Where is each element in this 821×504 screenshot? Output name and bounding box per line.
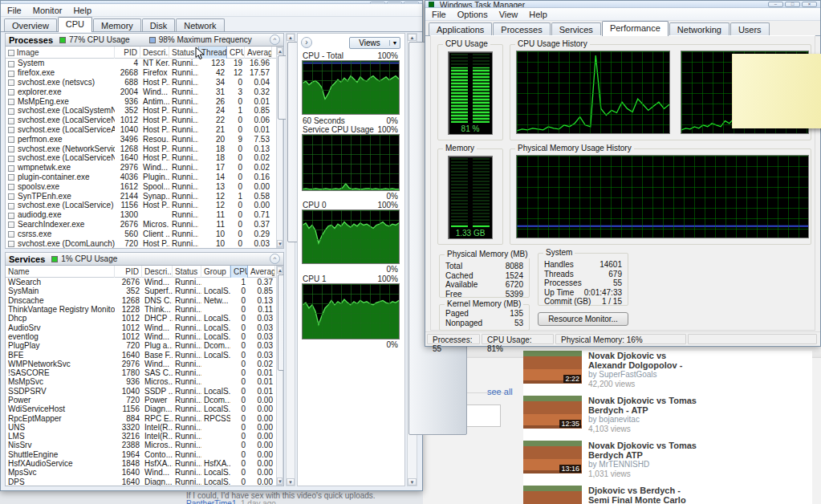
row-checkbox[interactable] xyxy=(8,89,14,96)
services-table-scrollbar[interactable]: ▲ ▼ xyxy=(276,266,283,486)
table-row[interactable]: DPS1640Diagn...Runni...LocalS...00.00 xyxy=(6,478,283,486)
tm-menu-options[interactable]: Options xyxy=(457,10,488,19)
column-header-cpu[interactable]: CPU xyxy=(230,266,248,278)
rm-menu-monitor[interactable]: Monitor xyxy=(33,6,63,15)
table-row[interactable]: ShuttleEngine1964Conto...Runni...00.00 xyxy=(6,450,283,459)
row-checkbox[interactable] xyxy=(8,146,14,152)
table-row[interactable]: !SASCORE1780SAS C...Runni...00.01 xyxy=(6,368,283,377)
column-header-group[interactable]: Group xyxy=(201,266,230,278)
table-row[interactable]: Dhcp1012DHCP ...Runni...LocalS...00.03 xyxy=(6,314,283,323)
table-row[interactable]: HsfXAudioService1848HsfXA...Runni...HsfX… xyxy=(6,459,283,468)
row-checkbox[interactable] xyxy=(8,165,14,172)
row-checkbox[interactable] xyxy=(8,203,14,209)
sticky-note[interactable] xyxy=(732,54,821,128)
expand-button[interactable]: › xyxy=(301,37,312,48)
rm-minimize-button[interactable] xyxy=(370,2,385,4)
column-header-name[interactable]: Name xyxy=(6,266,115,278)
table-row[interactable]: firefox.exe2668FirefoxRunni...421217.57 xyxy=(6,68,283,78)
table-row[interactable]: SSDPSRV1040SSDP ...Runni...LocalS...00.0… xyxy=(6,387,283,396)
video-title-link[interactable]: Novak Djokovic vs Tomas Berdych - ATP xyxy=(588,396,701,415)
scroll-down-icon[interactable]: ▼ xyxy=(277,478,282,485)
scroll-up-icon[interactable]: ▲ xyxy=(287,34,295,41)
scroll-down-icon[interactable]: ▼ xyxy=(277,240,282,247)
table-row[interactable]: SearchIndexer.exe2676Micros...Runni...11… xyxy=(6,220,283,230)
table-row[interactable]: svchost.exe (NetworkService)1268Host P..… xyxy=(6,144,283,153)
scroll-up-icon[interactable]: ▲ xyxy=(277,47,282,55)
row-checkbox[interactable] xyxy=(8,241,14,247)
table-row[interactable]: MpsSvc1640Wind...Runni...LocalS...00.00 xyxy=(6,468,283,477)
rm-close-button[interactable] xyxy=(404,2,419,4)
row-checkbox[interactable] xyxy=(8,79,14,86)
tm-tab-processes[interactable]: Processes xyxy=(493,22,550,35)
rm-graphs-scrollbar[interactable]: ▲ ▼ xyxy=(407,33,417,486)
tm-tab-services[interactable]: Services xyxy=(551,22,601,35)
table-row[interactable]: perfmon.exe3496Resou...Runni...2097.53 xyxy=(6,134,283,144)
video-thumbnail[interactable]: 12:35 xyxy=(523,396,582,429)
comment-author-link[interactable]: PantherTime1 xyxy=(186,499,236,504)
tm-close-button[interactable]: × xyxy=(802,2,817,7)
row-checkbox[interactable] xyxy=(8,184,14,190)
tm-minimize-button[interactable]: – xyxy=(768,2,783,7)
video-thumbnail[interactable]: 2:31 xyxy=(523,486,582,504)
row-checkbox[interactable] xyxy=(8,136,14,143)
table-row[interactable]: WdiServiceHost1156Diagn...Runni...LocalS… xyxy=(6,404,283,413)
related-video-item[interactable]: 2:31Djokovic vs Berdych - Semi Final Mon… xyxy=(523,486,812,504)
table-row[interactable]: svchost.exe (LocalService)1156Host P...R… xyxy=(6,201,283,210)
row-checkbox[interactable] xyxy=(8,108,14,115)
table-row[interactable]: WMPNetworkSvc2976Wind...Runni...00.02 xyxy=(6,360,283,368)
table-row[interactable]: csrss.exe560Client ...Runni...1000.29 xyxy=(6,229,283,238)
row-checkbox[interactable] xyxy=(8,213,14,219)
row-checkbox[interactable] xyxy=(8,156,14,162)
row-checkbox[interactable] xyxy=(8,61,14,67)
rm-tab-cpu[interactable]: CPU xyxy=(58,17,92,32)
column-header-image[interactable]: Image xyxy=(6,47,115,59)
table-row[interactable]: SysMain352Superf...Runni...LocalS...00.8… xyxy=(6,287,283,295)
table-row[interactable]: spoolsv.exe1612Spool...Runni...1300.00 xyxy=(6,181,283,191)
table-row[interactable]: svchost.exe (LocalServiceAn...1040Host P… xyxy=(6,125,283,135)
row-checkbox[interactable] xyxy=(8,71,14,77)
rm-tab-network[interactable]: Network xyxy=(176,18,224,31)
related-video-item[interactable]: 12:35Novak Djokovic vs Tomas Berdych - A… xyxy=(523,396,812,434)
table-row[interactable]: BFE1640Base F...Runni...LocalS...00.03 xyxy=(6,350,283,359)
table-row[interactable]: WSearch2676Wind...Runni...10.37 xyxy=(6,278,283,287)
table-row[interactable]: eventlog1012Wind...Runni...LocalS...00.0… xyxy=(6,332,283,341)
collapse-chevron-icon[interactable]: ^ xyxy=(270,35,280,45)
rm-menu-help[interactable]: Help xyxy=(73,6,91,15)
scroll-down-icon[interactable]: ▼ xyxy=(408,478,417,486)
table-row[interactable]: Power720PowerRunni...Dcom...00.00 xyxy=(6,396,283,404)
rm-main-scrollbar[interactable]: ▲ ▼ xyxy=(286,33,295,486)
video-title-link[interactable]: Novak Djokovic vs Alexandr Dolgopolov - xyxy=(588,351,701,370)
video-thumbnail[interactable]: 13:16 xyxy=(523,441,582,474)
see-all-link[interactable]: see all xyxy=(487,387,513,396)
table-row[interactable]: NisSrv2388Micros...Runni...00.00 xyxy=(6,441,283,449)
collapse-chevron-icon[interactable]: ^ xyxy=(270,254,280,264)
row-checkbox[interactable] xyxy=(8,231,14,238)
processes-table-scrollbar[interactable]: ▲ ▼ xyxy=(276,47,283,248)
services-panel-header[interactable]: Services 1% CPU Usage ^ xyxy=(6,253,283,266)
table-row[interactable]: LMS3216Intel(R...Runni...00.00 xyxy=(6,432,283,441)
video-author[interactable]: by SuperFastGoals xyxy=(588,370,701,380)
column-header-averag[interactable]: Averag... xyxy=(248,266,275,278)
tm-tab-users[interactable]: Users xyxy=(730,22,770,35)
video-thumbnail[interactable]: 2:22 xyxy=(523,351,582,384)
scroll-down-icon[interactable]: ▼ xyxy=(287,478,295,486)
table-row[interactable]: PlugPlay720Plug a...Runni...Dcom...00.03 xyxy=(6,341,283,350)
related-video-item[interactable]: 13:16Novak Djokovic vs Tomas Berdych ATP… xyxy=(523,441,812,479)
table-row[interactable]: System4NT Ker...Runni...1231916.96 xyxy=(6,59,283,68)
resource-monitor-button[interactable]: Resource Monitor... xyxy=(538,312,628,326)
table-row[interactable]: MsMpEng.exe936Antim...Runni...2600.01 xyxy=(6,96,283,106)
row-checkbox[interactable] xyxy=(8,99,14,105)
scroll-up-icon[interactable]: ▲ xyxy=(408,34,417,41)
tm-tab-performance[interactable]: Performance xyxy=(602,21,669,36)
tm-menu-help[interactable]: Help xyxy=(529,10,547,19)
select-all-checkbox[interactable] xyxy=(8,50,14,56)
tm-menu-file[interactable]: File xyxy=(432,10,446,19)
table-row[interactable]: audiodg.exe1300Runni...1100.71 xyxy=(6,210,283,220)
column-header-descri[interactable]: Descri... xyxy=(140,47,169,59)
row-checkbox[interactable] xyxy=(8,222,14,228)
column-header-status[interactable]: Status xyxy=(173,266,201,278)
tm-menu-view[interactable]: View xyxy=(499,10,518,19)
tm-tab-applications[interactable]: Applications xyxy=(429,22,492,35)
row-checkbox[interactable] xyxy=(8,193,14,200)
rm-menu-file[interactable]: File xyxy=(7,6,22,15)
